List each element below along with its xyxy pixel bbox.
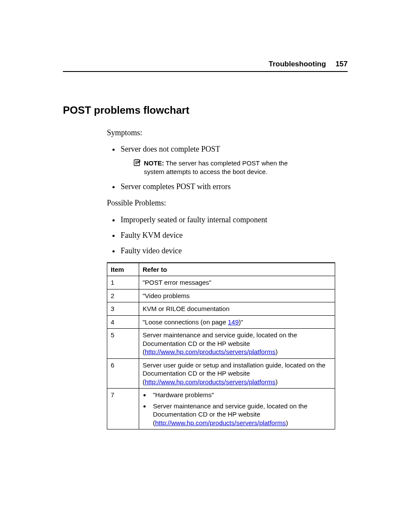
problem-text: Faulty video device [121,246,182,255]
cell-item: 5 [107,329,139,359]
header-section-label: Troubleshooting [268,60,326,68]
cell-refer: "Loose connections (on page 149)" [139,315,335,329]
list-item: Faulty KVM device [120,230,348,240]
table-row: 4 "Loose connections (on page 149)" [107,315,335,329]
table-row: 2 "Video problems [107,289,335,302]
symptoms-list: Server does not complete POST NOTE: The … [107,144,348,192]
list-item: Server completes POST with errors [120,181,348,192]
problem-text: Faulty KVM device [121,231,183,240]
table-row: 3 KVM or RILOE documentation [107,302,335,316]
symptom-text: Server does not complete POST [121,145,220,153]
refer-text-post: )" [239,318,243,326]
table-header-item: Item [107,263,139,276]
note-icon [133,158,141,167]
refer-text-pre: "Loose connections (on page [143,318,228,326]
possible-problems-heading: Possible Problems: [107,198,348,208]
refer-text: "Hardware problems" [153,391,214,398]
page-header: Troubleshooting 157 [268,60,348,68]
external-link[interactable]: http://www.hp.com/products/servers/platf… [145,348,275,355]
reference-table: Item Refer to 1 "POST error messages" 2 … [107,262,335,430]
external-link[interactable]: http://www.hp.com/products/servers/platf… [155,419,286,426]
table-row: 5 Server maintenance and service guide, … [107,329,335,359]
table-row: 1 "POST error messages" [107,276,335,289]
cell-item: 4 [107,315,139,329]
table-row: 6 Server user guide or setup and install… [107,358,335,389]
cell-refer: "Hardware problems" Server maintenance a… [139,389,335,429]
external-link[interactable]: http://www.hp.com/products/servers/platf… [145,378,275,386]
header-page-number: 157 [336,60,348,68]
note-text: The server has completed POST when the s… [144,159,288,175]
table-header-row: Item Refer to [107,263,335,276]
cell-refer: "POST error messages" [139,276,335,289]
problem-text: Improperly seated or faulty internal com… [121,215,267,224]
table-row: 7 "Hardware problems" Server maintenance… [107,389,335,429]
cell-bullet-list: "Hardware problems" Server maintenance a… [143,391,331,427]
cell-item: 7 [107,389,139,429]
list-item: Server does not complete POST NOTE: The … [120,144,348,176]
refer-text-post: ) [275,348,277,355]
refer-text-post: ) [286,419,288,426]
symptoms-heading: Symptoms: [107,128,348,138]
symptom-text: Server completes POST with errors [121,182,231,191]
page-link[interactable]: 149 [228,318,239,326]
cell-refer: Server user guide or setup and installat… [139,358,335,389]
cell-refer: "Video problems [139,289,335,302]
list-item: "Hardware problems" [150,391,331,399]
list-item: Faulty video device [120,246,348,256]
note-block: NOTE: The server has completed POST when… [133,159,296,177]
cell-item: 1 [107,276,139,289]
cell-item: 2 [107,289,139,302]
list-item: Server maintenance and service guide, lo… [150,402,331,427]
list-item: Improperly seated or faulty internal com… [120,215,348,225]
page-title: POST problems flowchart [63,104,348,116]
table-header-refer: Refer to [139,263,335,276]
refer-text-post: ) [275,378,277,386]
cell-item: 3 [107,302,139,316]
possible-problems-list: Improperly seated or faulty internal com… [107,215,348,256]
cell-refer: KVM or RILOE documentation [139,302,335,316]
cell-refer: Server maintenance and service guide, lo… [139,329,335,359]
note-label: NOTE: [144,159,164,167]
cell-item: 6 [107,358,139,389]
header-rule: Troubleshooting 157 [63,71,348,72]
